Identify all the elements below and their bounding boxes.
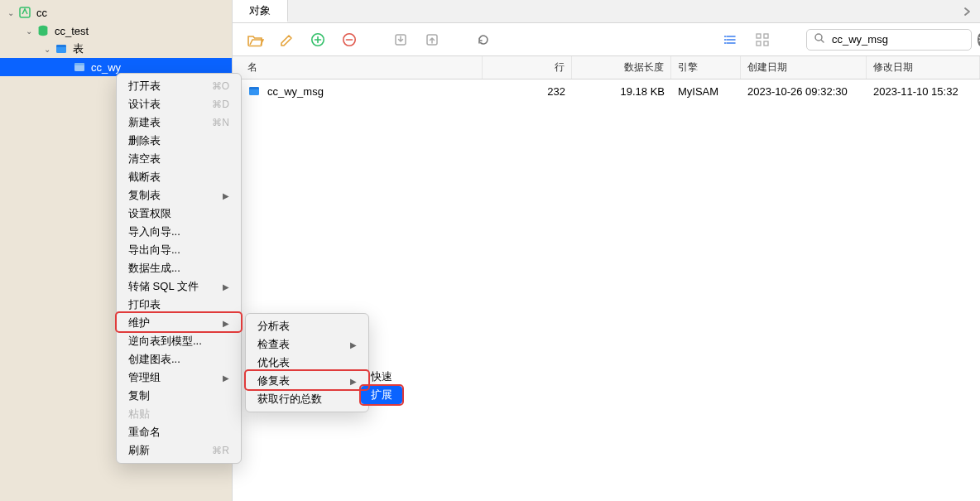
menu-item[interactable]: 设计表⌘D xyxy=(117,95,241,113)
tab-objects[interactable]: 对象 xyxy=(233,0,288,22)
menu-item[interactable]: 设置权限 xyxy=(117,205,241,223)
menu-item[interactable]: 清空表 xyxy=(117,150,241,168)
tree-item-label: cc_wy xyxy=(88,61,121,74)
svg-rect-14 xyxy=(764,34,768,38)
tree-item-tables[interactable]: ⌄ 表 xyxy=(0,40,232,58)
tab-bar: 对象 xyxy=(233,0,980,23)
col-engine[interactable]: 引擎 xyxy=(671,56,741,79)
chevron-right-icon: ▶ xyxy=(223,319,229,328)
menu-item[interactable]: 导入向导... xyxy=(117,223,241,241)
db-tree: ⌄ cc ⌄ cc_test ⌄ 表 xyxy=(0,0,232,76)
menu-item-extended[interactable]: 扩展 xyxy=(361,386,402,404)
menu-item[interactable]: 复制 xyxy=(117,387,241,405)
open-folder-button[interactable] xyxy=(244,29,266,51)
chevron-right-icon: ▶ xyxy=(350,377,357,386)
add-button[interactable] xyxy=(307,29,329,51)
column-header: 名 行 数据长度 引擎 创建日期 修改日期 xyxy=(233,56,980,79)
svg-rect-19 xyxy=(249,87,259,89)
export-button[interactable] xyxy=(421,29,443,51)
import-button[interactable] xyxy=(390,29,411,51)
menu-item[interactable]: 维护▶ xyxy=(117,314,241,332)
svg-point-11 xyxy=(724,39,726,41)
submenu-maintain: 分析表检查表▶优化表修复表▶获取行的总数 xyxy=(245,313,369,412)
svg-rect-15 xyxy=(757,41,761,46)
chevron-right-icon: ▶ xyxy=(223,282,229,291)
menu-item[interactable]: 打开表⌘O xyxy=(117,77,241,95)
cell-cdate: 2023-10-26 09:32:30 xyxy=(741,79,867,103)
col-rows[interactable]: 行 xyxy=(483,56,572,79)
chevron-right-icon: ▶ xyxy=(350,340,357,349)
context-menu: 打开表⌘O设计表⌘D新建表⌘N删除表清空表截断表复制表▶设置权限导入向导...导… xyxy=(116,73,242,464)
cell-name: cc_wy_msg xyxy=(233,79,483,103)
tab-label: 对象 xyxy=(249,3,271,18)
menu-item[interactable]: 截断表 xyxy=(117,168,241,186)
menu-item[interactable]: 数据生成... xyxy=(117,259,241,277)
tree-item-database[interactable]: ⌄ cc_test xyxy=(0,22,232,40)
svg-point-10 xyxy=(724,36,726,37)
menu-item[interactable]: 修复表▶ xyxy=(246,372,368,390)
search-field[interactable]: ✕ xyxy=(806,29,972,51)
delete-button[interactable] xyxy=(339,29,360,51)
menu-item[interactable]: 删除表 xyxy=(117,132,241,150)
menu-item[interactable]: 复制表▶ xyxy=(117,186,241,205)
menu-item[interactable]: 导出向导... xyxy=(117,241,241,259)
svg-rect-5 xyxy=(74,63,84,65)
menu-item-quick[interactable]: 快速 xyxy=(361,368,402,386)
tree-item-connection[interactable]: ⌄ cc xyxy=(0,3,232,22)
menu-item[interactable]: 优化表 xyxy=(246,354,368,372)
expand-tabs-button[interactable] xyxy=(955,0,980,22)
menu-item[interactable]: 重命名 xyxy=(117,423,241,441)
main-panel: 对象 xyxy=(232,0,980,501)
database-icon xyxy=(36,24,50,37)
menu-item[interactable]: 分析表 xyxy=(246,317,368,335)
list-view-button[interactable] xyxy=(720,29,742,51)
menu-item[interactable]: 粘贴 xyxy=(117,405,241,423)
menu-item[interactable]: 获取行的总数 xyxy=(246,390,368,408)
table-row[interactable]: cc_wy_msg 232 19.18 KB MyISAM 2023-10-26… xyxy=(233,79,980,103)
chevron-down-icon: ⌄ xyxy=(5,8,17,17)
tree-item-label: cc xyxy=(33,7,47,19)
menu-item[interactable]: 管理组▶ xyxy=(117,369,241,387)
menu-item[interactable]: 打印表 xyxy=(117,296,241,314)
search-icon xyxy=(814,32,825,46)
chevron-down-icon: ⌄ xyxy=(23,26,35,36)
cell-size: 19.18 KB xyxy=(572,79,671,103)
chevron-down-icon: ⌄ xyxy=(41,45,53,54)
search-input[interactable] xyxy=(830,32,973,46)
menu-item[interactable]: 新建表⌘N xyxy=(117,113,241,132)
col-cdate[interactable]: 创建日期 xyxy=(741,56,867,79)
col-mdate[interactable]: 修改日期 xyxy=(867,56,980,79)
menu-item[interactable]: 检查表▶ xyxy=(246,335,368,354)
table-icon xyxy=(247,84,261,98)
cell-mdate: 2023-11-10 15:32 xyxy=(867,79,980,103)
menu-item[interactable]: 刷新⌘R xyxy=(117,441,241,460)
grid-view-button[interactable] xyxy=(752,29,773,51)
chevron-right-icon: ▶ xyxy=(223,373,229,383)
menu-item[interactable]: 创建图表... xyxy=(117,350,241,369)
toolbar: ✕ xyxy=(233,23,980,56)
cell-rows: 232 xyxy=(483,79,572,103)
cell-engine: MyISAM xyxy=(671,79,741,103)
refresh-button[interactable] xyxy=(473,29,494,51)
col-size[interactable]: 数据长度 xyxy=(572,56,671,79)
svg-rect-16 xyxy=(764,41,768,46)
svg-rect-3 xyxy=(56,45,66,47)
tree-item-label: 表 xyxy=(70,41,84,56)
table-list: cc_wy_msg 232 19.18 KB MyISAM 2023-10-26… xyxy=(233,79,980,501)
submenu-repair: 快速 扩展 xyxy=(361,368,402,404)
edit-pencil-button[interactable] xyxy=(276,29,297,51)
table-group-icon xyxy=(55,42,68,55)
chevron-right-icon: ▶ xyxy=(223,191,229,200)
connection-icon xyxy=(18,6,31,19)
col-name[interactable]: 名 xyxy=(233,56,483,79)
table-icon xyxy=(73,60,86,74)
menu-item[interactable]: 转储 SQL 文件▶ xyxy=(117,277,241,296)
tree-item-label: cc_test xyxy=(51,25,89,37)
menu-item[interactable]: 逆向表到模型... xyxy=(117,332,241,350)
svg-rect-13 xyxy=(757,34,761,38)
svg-point-12 xyxy=(724,42,726,44)
